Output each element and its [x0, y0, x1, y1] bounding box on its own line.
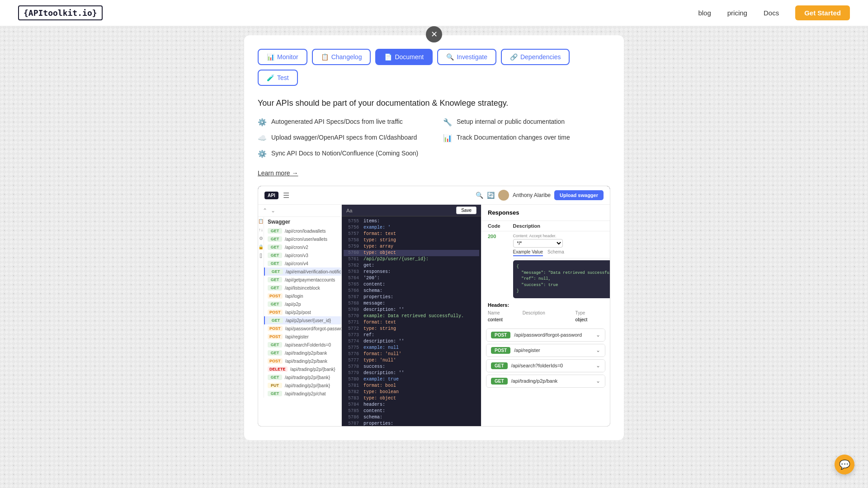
- api-route-item[interactable]: GET /api/trading/p2p/bank: [264, 349, 342, 357]
- line-number: 5781: [345, 383, 359, 389]
- route-accordion[interactable]: POST /api/register ⌄: [486, 344, 605, 357]
- swagger-sidebar: ⌃ ⌄ 📋 ↑↓ ⚙ 🔒 [] Sw: [258, 205, 342, 426]
- tab-changelog[interactable]: 📋 Changelog: [312, 49, 371, 65]
- code-line: 5758 type: string: [344, 237, 479, 244]
- sidebar-icon-2[interactable]: ↑↓: [259, 227, 263, 232]
- sidebar-icon-1[interactable]: 📋: [258, 219, 264, 224]
- sidebar-icon-3[interactable]: ⚙: [259, 236, 263, 241]
- api-route-item[interactable]: GET /api/searchFolderIds=0: [264, 341, 342, 349]
- sidebar-icon-5[interactable]: []: [259, 253, 262, 258]
- dependencies-icon: 🔗: [510, 53, 518, 61]
- code-line: 5761 /api/p2p/user/{user_id}:: [344, 256, 479, 263]
- api-route-item[interactable]: GET /api/p2p: [264, 300, 342, 308]
- method-badge: GET: [268, 350, 282, 356]
- line-content: example: ': [363, 225, 391, 231]
- sidebar-icon-4[interactable]: 🔒: [258, 244, 264, 249]
- line-content: format: text: [363, 319, 396, 326]
- line-number: 5775: [345, 345, 359, 351]
- tab-test[interactable]: 🧪 Test: [258, 70, 298, 86]
- api-route-item[interactable]: POST /api/trading/p2p/bank: [264, 357, 342, 365]
- api-route-item[interactable]: POST /api/register: [264, 333, 342, 341]
- api-route-item[interactable]: POST /api/password/forgot-password: [264, 324, 342, 333]
- line-number: 5766: [345, 288, 359, 294]
- code-line: 5771 format: text: [344, 319, 479, 326]
- document-icon: 📄: [384, 53, 392, 61]
- collapse-icon[interactable]: ⌃: [263, 207, 267, 214]
- line-number: 5757: [345, 231, 359, 237]
- line-content: type: object: [363, 250, 396, 256]
- route-accordion[interactable]: GET /api/search?folderIds=0 ⌄: [486, 359, 605, 372]
- api-badge: API: [264, 192, 278, 199]
- nav-blog[interactable]: blog: [698, 9, 711, 17]
- h-row-name: content: [488, 316, 523, 323]
- learn-more-link[interactable]: Learn more →: [258, 169, 298, 177]
- api-route-item[interactable]: GET /api/trading/p2p/chat: [264, 389, 342, 398]
- swagger-editor: Aa Save 5755 items: 5756 example: ' 5757…: [342, 205, 481, 426]
- route-accordion-header[interactable]: GET /api/search?folderIds=0 ⌄: [486, 360, 605, 372]
- line-number: 5760: [345, 250, 359, 256]
- tab-document[interactable]: 📄 Document: [375, 49, 433, 65]
- tab-monitor[interactable]: 📊 Monitor: [258, 49, 307, 65]
- line-number: 5761: [345, 256, 359, 263]
- close-button[interactable]: ✕: [426, 26, 442, 42]
- method-badge: GET: [268, 253, 282, 258]
- api-route-item[interactable]: GET /api/cron/v4: [264, 259, 342, 267]
- expand-icon[interactable]: ⌄: [271, 207, 275, 214]
- search-icon[interactable]: 🔍: [476, 192, 483, 199]
- example-tab-active[interactable]: Example Value: [513, 249, 543, 256]
- api-route-item[interactable]: GET /api/cron/v2: [264, 243, 342, 251]
- line-content: example: true: [363, 376, 399, 383]
- method-badge: GET: [268, 301, 282, 307]
- tabs-row: 📊 Monitor 📋 Changelog 📄 Document 🔍 Inves…: [258, 49, 610, 86]
- line-content: content:: [363, 282, 385, 288]
- save-button[interactable]: Save: [456, 206, 476, 214]
- code-line: 5773 ref:: [344, 332, 479, 338]
- nav-pricing[interactable]: pricing: [727, 9, 747, 17]
- route-accordion-header[interactable]: POST /api/password/forgot-password ⌄: [486, 329, 605, 341]
- method-badge: GET: [268, 391, 282, 396]
- chat-icon: 💬: [839, 459, 850, 470]
- method-badge: GET: [268, 261, 282, 266]
- line-number: 5774: [345, 338, 359, 345]
- route-path: /api/login: [285, 294, 303, 299]
- route-accordion[interactable]: GET /api/trading/p2p/bank ⌄: [486, 375, 605, 388]
- api-route-item[interactable]: DELETE /api/trading/p2p/{bank}: [264, 365, 342, 373]
- feature-setup: 🔧 Setup internal or public documentation: [443, 118, 610, 127]
- media-type-select[interactable]: */*: [513, 239, 563, 248]
- tab-investigate[interactable]: 🔍 Investigate: [437, 49, 496, 65]
- api-route-item[interactable]: GET /api/cron/user/wallets: [264, 235, 342, 243]
- route-accordion-header[interactable]: GET /api/trading/p2p/bank ⌄: [486, 375, 605, 387]
- api-route-item[interactable]: GET /api/cron/v3: [264, 251, 342, 259]
- method-badge: POST: [268, 358, 283, 364]
- route-method-badge: GET: [491, 362, 508, 369]
- line-content: type: object: [363, 395, 396, 402]
- upload-swagger-button[interactable]: Upload swagger: [554, 190, 604, 200]
- api-route-item[interactable]: POST /api/p2p/post: [264, 308, 342, 316]
- api-route-item[interactable]: GET /api/p2p/user/{user_id}: [264, 316, 342, 324]
- route-path: /api/email/verification-notification: [286, 269, 342, 274]
- code-line: 5786 schema:: [344, 414, 479, 421]
- api-route-item[interactable]: GET /api/trading/p2p/{bank}: [264, 373, 342, 381]
- line-content: get:: [363, 263, 374, 269]
- line-content: example: Data retrieved successfully.: [363, 313, 464, 319]
- get-started-button[interactable]: Get Started: [795, 5, 850, 20]
- tab-dependencies[interactable]: 🔗 Dependencies: [501, 49, 570, 65]
- line-number: 5778: [345, 364, 359, 370]
- hamburger-icon[interactable]: ☰: [283, 191, 289, 200]
- routes-list: GET /api/cron/loadwallets GET /api/cron/…: [264, 227, 342, 398]
- code-line: 5768 message:: [344, 300, 479, 307]
- route-accordion-header[interactable]: POST /api/register ⌄: [486, 344, 605, 357]
- route-accordion[interactable]: POST /api/password/forgot-password ⌄: [486, 328, 605, 342]
- api-route-item[interactable]: GET /api/getpaymentaccounts: [264, 276, 342, 284]
- code-line: 5785 content:: [344, 408, 479, 414]
- chat-fab[interactable]: 💬: [835, 455, 854, 474]
- route-path: /api/trading/p2p/bank: [285, 351, 327, 356]
- api-route-item[interactable]: GET /api/listsinceblock: [264, 284, 342, 292]
- api-route-item[interactable]: PUT /api/trading/p2p/{bank}: [264, 381, 342, 389]
- api-route-item[interactable]: GET /api/cron/loadwallets: [264, 227, 342, 235]
- schema-tab[interactable]: Schema: [547, 249, 564, 256]
- api-route-item[interactable]: POST /api/login: [264, 292, 342, 300]
- refresh-icon[interactable]: 🔄: [487, 192, 495, 199]
- nav-docs[interactable]: Docs: [764, 9, 779, 17]
- api-route-item[interactable]: GET /api/email/verification-notification: [264, 267, 342, 276]
